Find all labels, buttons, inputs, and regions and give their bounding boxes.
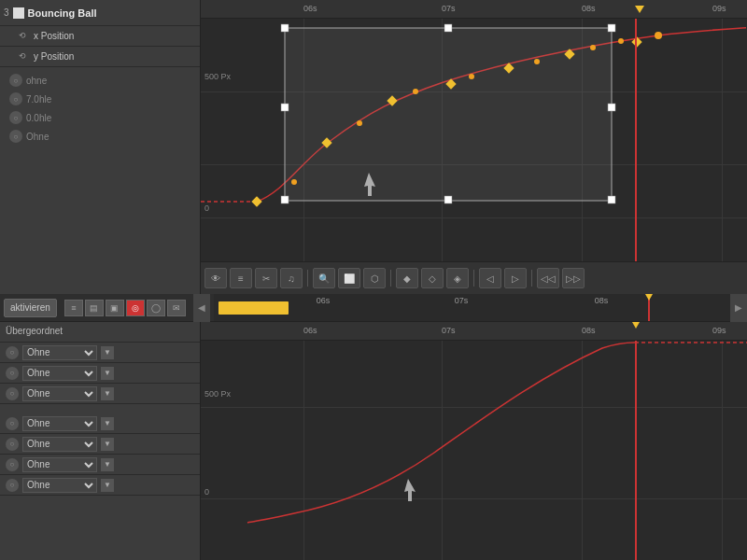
ohne-select-5[interactable]: Ohne [22,416,97,431]
bot-ruler-6s: 06s [303,326,317,335]
ohne-row-8[interactable]: ○ Ohne ▼ [0,475,200,496]
svg-point-21 [413,89,418,94]
property-icon-y: ⟲ [19,51,30,63]
property-row-x[interactable]: ⟲ x Position [0,26,200,47]
ohne-icon-5: ○ [6,417,19,430]
mini-icon-6[interactable]: ✉ [167,300,186,316]
svg-marker-28 [404,479,416,501]
toolbar-next-btn[interactable]: ▷ [504,268,527,288]
toolbar-sep-4 [531,270,532,287]
toolbar-audio-btn[interactable]: ♫ [280,268,303,288]
mid-ruler-8s: 08s [595,296,609,305]
sub-row-icon-1: ○ [9,74,22,87]
ohne-row-2[interactable]: ○ Ohne ▼ [0,363,200,384]
ohne-arrow-1[interactable]: ▼ [101,346,114,359]
sub-row-label-3: 0.0hle [26,113,51,123]
ruler-mark-7s: 07s [442,4,456,13]
toolbar-ease2-btn[interactable]: ◈ [446,268,469,288]
timeline-ruler-bottom: 06s 07s 08s 09s [201,322,747,341]
subordinate-header: Übergeordnet [0,322,200,343]
svg-line-1 [742,26,747,28]
ohne-row-3[interactable]: ○ Ohne ▼ [0,384,200,404]
ohne-row-6[interactable]: ○ Ohne ▼ [0,434,200,455]
ohne-select-1[interactable]: Ohne [22,345,97,360]
ohne-row-7[interactable]: ○ Ohne ▼ [0,455,200,475]
svg-rect-4 [444,24,452,32]
graph-area-bottom: 06s 07s 08s 09s 500 Px 0 [201,322,747,560]
toolbar-graph-btn[interactable]: ◆ [396,268,418,288]
mini-icon-5[interactable]: ◯ [147,300,165,316]
toolbar-zoom-btn[interactable]: 🔍 [313,268,335,288]
svg-rect-11 [251,196,261,206]
top-panel: 3 Bouncing Ball ⟲ x Position ⟲ y Positio… [0,0,747,294]
mid-playhead-marker [645,294,653,301]
toolbar-top: 👁 ≡ ✂ ♫ 🔍 ⬜ ⬡ ◆ ◇ ◈ ◁ ▷ ◁◁ ▷▷ [201,261,747,294]
ruler-mark-8s: 08s [582,4,596,13]
ohne-icon-1: ○ [6,346,19,359]
sidebar-top: 3 Bouncing Ball ⟲ x Position ⟲ y Positio… [0,0,201,294]
toolbar-frame-btn[interactable]: ⬡ [363,268,386,288]
graph-area-top: 06s 07s 08s 09s 500 Px 0 [201,0,747,294]
toolbar-sep-1 [307,270,308,287]
svg-point-19 [291,179,297,185]
toolbar-ease-btn[interactable]: ◇ [421,268,444,288]
sub-row-icon-2: ○ [9,92,22,105]
scroll-right-btn[interactable]: ▶ [730,294,747,322]
ohne-select-7[interactable]: Ohne [22,457,97,472]
toolbar-sep-3 [473,270,474,287]
sub-row-4: ○ Ohne [4,127,196,146]
ohne-arrow-8[interactable]: ▼ [101,479,114,492]
toolbar-fit-btn[interactable]: ⬜ [338,268,360,288]
graph-content-top[interactable]: 500 Px 0 [201,19,747,261]
timeline-bar [218,301,289,315]
ohne-arrow-5[interactable]: ▼ [101,417,114,430]
toolbar-extra1-btn[interactable]: ◁◁ [537,268,559,288]
toolbar-extra2-btn[interactable]: ▷▷ [562,268,585,288]
sub-row-icon-4: ○ [9,130,22,143]
bottom-panel: Übergeordnet ○ Ohne ▼ ○ Ohne ▼ ○ Ohne ▼ … [0,322,747,560]
timeline-ruler-top: 06s 07s 08s 09s [201,0,747,19]
toolbar-cut-btn[interactable]: ✂ [255,268,277,288]
ohne-select-6[interactable]: Ohne [22,437,97,452]
svg-rect-6 [281,104,289,111]
ohne-select-8[interactable]: Ohne [22,478,97,493]
svg-point-20 [357,120,362,126]
toolbar-prev-btn[interactable]: ◁ [479,268,501,288]
toolbar-list-btn[interactable]: ≡ [230,268,252,288]
property-icon-x: ⟲ [19,31,30,42]
timeline-playhead-marker [635,0,644,19]
curve-svg-top [201,19,747,261]
ohne-select-3[interactable]: Ohne [22,386,97,401]
toolbar-eye-btn[interactable]: 👁 [204,268,227,288]
ohne-row-1[interactable]: ○ Ohne ▼ [0,343,200,363]
mini-icon-1[interactable]: ≡ [64,300,83,316]
sidebar-lower-section: ○ ohne ○ 7.0hle ○ 0.0hle ○ Ohne [0,67,200,149]
ohne-arrow-3[interactable]: ▼ [101,387,114,400]
aktivieren-button[interactable]: aktivieren [4,299,57,317]
mini-icon-2[interactable]: ▤ [85,300,104,316]
ohne-select-2[interactable]: Ohne [22,366,97,381]
svg-rect-7 [608,104,615,111]
sub-row-2: ○ 7.0hle [4,90,196,108]
ohne-arrow-7[interactable]: ▼ [101,458,114,471]
mini-icon-4[interactable]: ◎ [126,300,145,316]
mini-icon-3[interactable]: ▣ [106,300,124,316]
sub-row-3: ○ 0.0hle [4,108,196,127]
svg-rect-9 [444,196,452,203]
svg-point-18 [655,32,662,39]
mini-icons-strip: ≡ ▤ ▣ ◎ ◯ ✉ [64,300,186,316]
ohne-arrow-6[interactable]: ▼ [101,438,114,451]
curve-svg-bottom [201,341,747,560]
property-row-y[interactable]: ⟲ y Position [0,47,200,67]
ohne-arrow-2[interactable]: ▼ [101,367,114,380]
ohne-row-5[interactable]: ○ Ohne ▼ [0,413,200,434]
graph-content-bottom[interactable]: 500 Px 0 [201,341,747,560]
property-label-x: x Position [34,31,74,41]
middle-strip: aktivieren ≡ ▤ ▣ ◎ ◯ ✉ ◀ 06s 07s 08s 09s… [0,294,747,322]
ohne-icon-6: ○ [6,438,19,451]
sub-row-label-4: Ohne [26,132,49,142]
ohne-icon-2: ○ [6,367,19,380]
layer-color-box [13,7,24,19]
layer-header[interactable]: 3 Bouncing Ball [0,0,200,26]
scroll-left-btn[interactable]: ◀ [193,294,210,322]
